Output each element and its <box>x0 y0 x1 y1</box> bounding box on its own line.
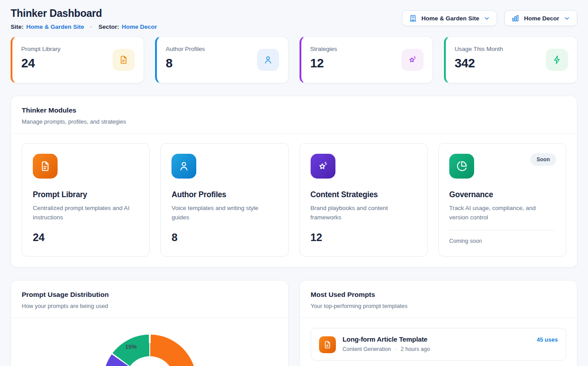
usage-donut: 15% <box>103 335 196 366</box>
module-stat: 12 <box>311 231 417 244</box>
prompts-card-title: Most Used Prompts <box>311 291 566 299</box>
user-icon <box>171 154 196 179</box>
stat-card-prompt-library: Prompt Library 24 <box>11 36 144 83</box>
document-icon <box>319 336 336 353</box>
prompt-item-category: Content Generation <box>343 346 391 352</box>
soon-badge: Soon <box>530 153 556 166</box>
module-card-governance[interactable]: Soon Governance Track AI usage, complian… <box>438 143 566 257</box>
topbar: Thinker Dashboard Site: Home & Garden Si… <box>11 8 577 30</box>
dashboard-page: Thinker Dashboard Site: Home & Garden Si… <box>0 0 588 366</box>
divider <box>11 318 288 318</box>
module-stat: 8 <box>171 231 277 244</box>
module-description: Brand playbooks and content frameworks <box>311 204 417 222</box>
bar-chart-icon <box>511 14 519 22</box>
site-link[interactable]: Home & Garden Site <box>26 23 84 30</box>
star-icon <box>311 154 335 179</box>
breadcrumb-dot: · <box>90 23 93 30</box>
prompt-item-text: Long-form Article Template Content Gener… <box>343 335 430 352</box>
header-controls: Home & Garden Site Home Decor <box>402 10 577 26</box>
sector-dropdown-label: Home Decor <box>524 15 559 22</box>
usage-chart-area: 15% <box>11 335 288 366</box>
chevron-down-icon <box>483 15 490 22</box>
module-stat: 24 <box>33 231 139 244</box>
modules-row: Prompt Library Centralized prompt templa… <box>11 134 577 267</box>
bottom-row: Prompt Usage Distribution How your promp… <box>11 280 577 366</box>
prompt-item-uses: 45 uses <box>537 336 558 343</box>
usage-card-title: Prompt Usage Distribution <box>22 291 277 299</box>
donut-segment-label: 15% <box>121 343 141 350</box>
stat-card-usage: Usage This Month 342 <box>444 36 577 83</box>
thinker-modules-panel: Thinker Modules Manage prompts, profiles… <box>11 96 577 268</box>
page-title: Thinker Dashboard <box>11 8 157 19</box>
breadcrumb: Site: Home & Garden Site · Sector: Home … <box>11 23 157 30</box>
module-description: Centralized prompt templates and AI inst… <box>33 204 139 222</box>
user-icon <box>257 49 279 71</box>
stat-card-strategies: Strategies 12 <box>300 36 433 83</box>
module-description: Track AI usage, compliance, and version … <box>449 204 555 222</box>
modules-panel-head: Thinker Modules Manage prompts, profiles… <box>11 96 577 133</box>
donut-hole <box>125 356 175 366</box>
modules-panel-title: Thinker Modules <box>22 106 566 114</box>
module-card-author-profiles[interactable]: Author Profiles Voice templates and writ… <box>160 143 288 257</box>
prompts-card-subtitle: Your top-performing prompt templates <box>311 303 566 309</box>
site-dropdown-label: Home & Garden Site <box>421 15 479 22</box>
stat-card-author-profiles: Author Profiles 8 <box>155 36 288 83</box>
module-description: Voice templates and writing style guides <box>171 204 277 222</box>
prompt-list: Long-form Article Template Content Gener… <box>300 318 577 366</box>
prompt-item-meta: Content Generation · 2 hours ago <box>343 346 430 352</box>
module-card-content-strategies[interactable]: Content Strategies Brand playbooks and c… <box>300 143 428 257</box>
site-dropdown[interactable]: Home & Garden Site <box>402 10 498 26</box>
sector-link[interactable]: Home Decor <box>122 23 157 30</box>
module-title: Prompt Library <box>33 190 139 199</box>
building-icon <box>409 14 417 22</box>
most-used-prompts-card: Most Used Prompts Your top-performing pr… <box>300 280 577 366</box>
module-title: Content Strategies <box>311 190 417 199</box>
document-icon <box>33 154 58 179</box>
star-icon <box>401 49 424 71</box>
module-card-prompt-library[interactable]: Prompt Library Centralized prompt templa… <box>22 143 150 257</box>
stats-row: Prompt Library 24 Author Profiles 8 Stra… <box>11 36 577 83</box>
usage-card-subtitle: How your prompts are being used <box>22 303 277 309</box>
site-label: Site: <box>11 23 23 30</box>
sector-dropdown[interactable]: Home Decor <box>504 10 577 26</box>
divider <box>449 230 555 230</box>
prompt-list-item[interactable]: Long-form Article Template Content Gener… <box>311 328 566 361</box>
meta-dot: · <box>395 346 397 352</box>
modules-panel-subtitle: Manage prompts, profiles, and strategies <box>22 118 566 125</box>
sector-label: Sector: <box>98 23 119 30</box>
pie-chart-icon <box>449 154 474 179</box>
usage-card-head: Prompt Usage Distribution How your promp… <box>11 280 288 318</box>
module-title: Governance <box>449 190 555 199</box>
prompt-item-title: Long-form Article Template <box>343 335 430 343</box>
coming-soon-text: Coming soon <box>449 238 555 244</box>
document-icon <box>113 49 135 71</box>
prompt-item-time: 2 hours ago <box>401 346 430 352</box>
usage-distribution-card: Prompt Usage Distribution How your promp… <box>11 280 288 366</box>
prompts-card-head: Most Used Prompts Your top-performing pr… <box>300 280 577 318</box>
lightning-icon <box>546 49 568 71</box>
module-title: Author Profiles <box>171 190 277 199</box>
chevron-down-icon <box>564 15 570 22</box>
heading-block: Thinker Dashboard Site: Home & Garden Si… <box>11 8 157 30</box>
